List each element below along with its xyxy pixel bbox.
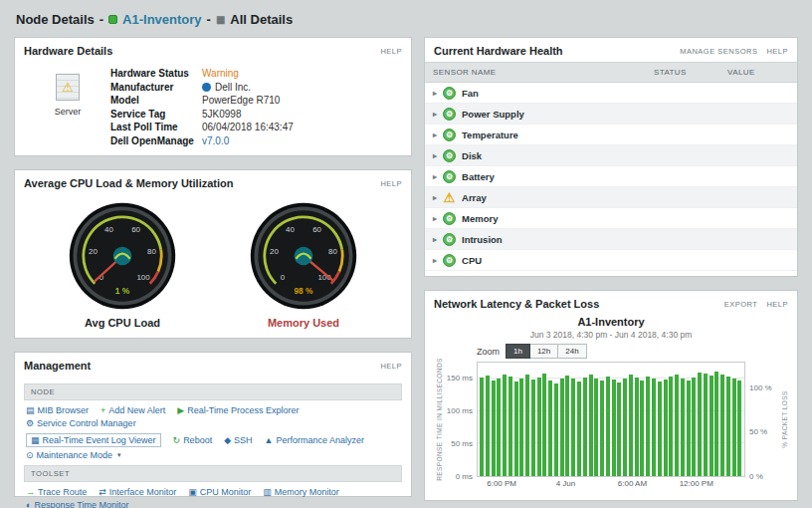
ssh-icon: ◆ xyxy=(224,436,231,445)
sensor-ok-icon: ⚙ xyxy=(443,212,456,225)
sensor-row-array[interactable]: ▸⚠Array xyxy=(425,187,797,208)
latency-bar xyxy=(577,381,581,476)
management-link-mib-browser[interactable]: ▤MIB Browser xyxy=(26,405,89,415)
zoom-button-1h[interactable]: 1h xyxy=(506,344,530,359)
management-group-header: TOOLSET xyxy=(24,465,402,482)
x-axis-tick: 4 Jun xyxy=(556,479,576,488)
svg-text:80: 80 xyxy=(328,247,337,256)
expand-caret-icon[interactable]: ▸ xyxy=(433,89,437,98)
latency-bar xyxy=(681,379,685,476)
zoom-label: Zoom xyxy=(477,347,500,357)
svg-text:98 %: 98 % xyxy=(294,286,313,296)
gauges: 0204060801001 % Avg CPU Load 02040608010… xyxy=(15,194,411,329)
export-link[interactable]: EXPORT xyxy=(724,300,758,309)
hardware-field-row: ManufacturerDell Inc. xyxy=(110,81,401,95)
field-label: Manufacturer xyxy=(110,81,202,95)
latency-bar xyxy=(704,374,708,476)
zoom-button-12h[interactable]: 12h xyxy=(530,344,558,359)
sensor-name: Intrusion xyxy=(462,234,503,245)
hardware-field-row: Service Tag5JK0998 xyxy=(110,108,401,122)
management-link-response-time-monitor[interactable]: ◐Response Time Monitor xyxy=(26,500,128,508)
node-details-page: Node Details - A1-Inventory - ▦ All Deta… xyxy=(0,0,812,508)
columns: Hardware Details HELP ⚠ Server Hardware … xyxy=(14,37,798,508)
node-name-link[interactable]: A1-Inventory xyxy=(122,12,201,27)
sensor-name: Memory xyxy=(462,213,498,224)
latency-bar xyxy=(508,377,512,476)
management-link-ssh[interactable]: ◆SSH xyxy=(224,435,252,445)
management-link-real-time-event-log-viewer[interactable]: ▦Real-Time Event Log Viewer xyxy=(26,433,161,447)
sensor-row-memory[interactable]: ▸⚙Memory xyxy=(425,208,797,229)
expand-caret-icon[interactable]: ▸ xyxy=(433,256,437,265)
management-link-add-new-alert[interactable]: +Add New Alert xyxy=(101,405,165,415)
management-group-header: NODE xyxy=(24,383,402,400)
help-link[interactable]: HELP xyxy=(380,179,402,188)
panel-header: Current Hardware Health MANAGE SENSORS H… xyxy=(425,38,797,62)
device-icon-block: ⚠ Server xyxy=(25,66,110,147)
expand-caret-icon[interactable]: ▸ xyxy=(433,235,437,244)
latency-bar xyxy=(629,375,633,476)
panel-header: Management HELP xyxy=(15,353,411,377)
svg-text:100: 100 xyxy=(136,273,150,282)
sensor-row-fan[interactable]: ▸⚙Fan xyxy=(425,83,797,104)
latency-bar xyxy=(531,380,535,476)
help-link[interactable]: HELP xyxy=(766,47,788,56)
management-link-reboot[interactable]: ↻Reboot xyxy=(173,435,213,445)
manage-sensors-link[interactable]: MANAGE SENSORS xyxy=(680,47,757,56)
svg-text:20: 20 xyxy=(270,247,279,256)
sensor-name: Power Supply xyxy=(462,109,524,120)
gauge-label: Avg CPU Load xyxy=(67,317,178,329)
svg-text:80: 80 xyxy=(147,247,156,256)
latency-bar xyxy=(635,378,639,476)
sensor-name: CPU xyxy=(462,255,482,266)
management-link-trace-route[interactable]: →Trace Route xyxy=(26,487,87,497)
management-link-performance-analyzer[interactable]: ▲Performance Analyzer xyxy=(265,435,364,445)
gauge-svg: 02040608010098 % xyxy=(248,200,359,312)
sensor-row-power-supply[interactable]: ▸⚙Power Supply xyxy=(425,104,797,125)
sensor-ok-icon: ⚙ xyxy=(443,108,456,121)
y-axis-title-text: % PACKET LOSS xyxy=(780,390,787,447)
management-link-row: →Trace Route⇄Interface Monitor▣CPU Monit… xyxy=(24,487,402,508)
panel-title: Current Hardware Health xyxy=(434,45,563,57)
management-link-maintenance-mode[interactable]: ⊙Maintenance Mode▾ xyxy=(26,450,121,460)
latency-bar xyxy=(646,377,650,476)
expand-caret-icon[interactable]: ▸ xyxy=(433,193,437,202)
management-link-cpu-monitor[interactable]: ▣CPU Monitor xyxy=(188,487,251,497)
left-column: Hardware Details HELP ⚠ Server Hardware … xyxy=(14,37,412,508)
management-link-real-time-process-explorer[interactable]: ▶Real-Time Process Explorer xyxy=(177,405,299,415)
sensor-row-disk[interactable]: ▸⚙Disk xyxy=(425,145,797,166)
help-link[interactable]: HELP xyxy=(766,300,788,309)
sensor-table-header: SENSOR NAME STATUS VALUE xyxy=(425,62,797,83)
expand-caret-icon[interactable]: ▸ xyxy=(433,110,437,119)
expand-caret-icon[interactable]: ▸ xyxy=(433,214,437,223)
latency-bar xyxy=(537,378,541,476)
sensor-row-intrusion[interactable]: ▸⚙Intrusion xyxy=(425,229,797,250)
latency-bar xyxy=(560,379,564,476)
field-label: Last Poll Time xyxy=(110,121,202,134)
management-link-interface-monitor[interactable]: ⇄Interface Monitor xyxy=(99,487,176,497)
gauge-avg-cpu-load: 0204060801001 % Avg CPU Load xyxy=(67,200,178,329)
zoom-button-24h[interactable]: 24h xyxy=(558,344,586,359)
expand-caret-icon[interactable]: ▸ xyxy=(433,172,437,181)
management-link-service-control-manager[interactable]: ⚙Service Control Manager xyxy=(26,418,136,428)
management-link-memory-monitor[interactable]: ▥Memory Monitor xyxy=(263,487,339,497)
sensor-ok-icon: ⚙ xyxy=(443,233,456,246)
sensor-row-temperature[interactable]: ▸⚙Temperature xyxy=(425,125,797,145)
expand-caret-icon[interactable]: ▸ xyxy=(433,130,437,139)
help-link[interactable]: HELP xyxy=(380,362,402,371)
sensor-name: Temperature xyxy=(462,129,518,140)
management-link-row: ▤MIB Browser+Add New Alert▶Real-Time Pro… xyxy=(24,405,402,428)
sensor-row-cpu[interactable]: ▸⚙CPU xyxy=(425,250,797,271)
expand-caret-icon[interactable]: ▸ xyxy=(433,151,437,160)
field-value[interactable]: v7.0.0 xyxy=(202,134,229,148)
gauge-memory-used: 02040608010098 % Memory Used xyxy=(248,200,359,329)
latency-bar xyxy=(594,379,598,476)
sensor-ok-icon: ⚙ xyxy=(443,254,456,267)
latency-bar xyxy=(617,382,621,477)
help-link[interactable]: HELP xyxy=(380,47,402,56)
latency-bar xyxy=(514,381,518,476)
latency-bar xyxy=(480,378,484,476)
process-explorer-icon: ▶ xyxy=(177,406,184,415)
server-icon: ⚠ xyxy=(56,74,80,101)
sensor-row-battery[interactable]: ▸⚙Battery xyxy=(425,166,797,187)
sensor-name: Array xyxy=(462,192,487,203)
